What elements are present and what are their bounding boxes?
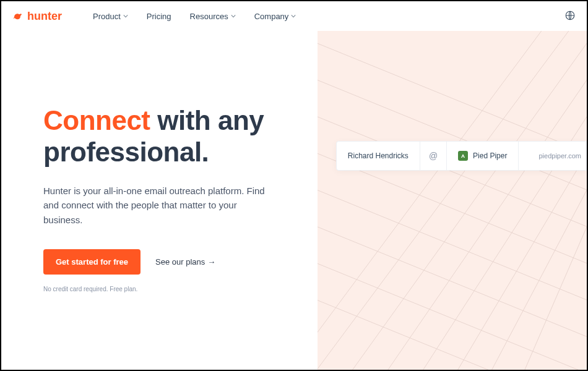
svg-line-12 — [360, 80, 587, 370]
svg-line-2 — [318, 67, 587, 190]
hero-subtitle: Hunter is your all-in-one email outreach… — [43, 184, 266, 227]
example-card: Richard Hendricks @ Pied Piper piedpiper… — [336, 141, 587, 171]
hunter-logo-icon — [12, 11, 24, 22]
mesh-background — [318, 31, 587, 370]
svg-line-5 — [318, 177, 587, 300]
card-domain: piedpiper.com — [528, 142, 587, 170]
hero-title: Connect with any professional. — [43, 105, 299, 168]
svg-line-14 — [434, 153, 587, 370]
nav-pricing[interactable]: Pricing — [147, 12, 171, 21]
svg-line-15 — [470, 190, 587, 370]
chevron-down-icon — [291, 14, 296, 19]
hero-section: Connect with any professional. Hunter is… — [1, 31, 587, 370]
hero-title-accent: Connect — [43, 105, 150, 135]
svg-line-6 — [318, 215, 587, 337]
svg-line-9 — [318, 31, 587, 370]
get-started-button[interactable]: Get started for free — [43, 249, 141, 275]
chevron-down-icon — [231, 14, 236, 19]
card-person-name: Richard Hendricks — [337, 142, 420, 170]
arrow-right-icon: → — [207, 257, 215, 267]
nav-label: Pricing — [147, 12, 171, 21]
fine-print: No credit card required. Free plan. — [43, 286, 299, 292]
see-plans-label: See our plans — [155, 257, 205, 267]
nav-label: Product — [93, 12, 121, 21]
nav-label: Resources — [190, 12, 228, 21]
chevron-down-icon — [123, 14, 128, 19]
hero-content: Connect with any professional. Hunter is… — [1, 31, 318, 370]
card-company-name: Pied Piper — [473, 151, 507, 160]
hero-illustration: Richard Hendricks @ Pied Piper piedpiper… — [318, 31, 587, 370]
logo-text: hunter — [27, 10, 62, 23]
cta-row: Get started for free See our plans → — [43, 249, 299, 275]
globe-icon[interactable] — [564, 10, 576, 21]
main-nav: Product Pricing Resources Company — [93, 12, 296, 21]
nav-product[interactable]: Product — [93, 12, 128, 21]
svg-line-1 — [318, 31, 587, 153]
svg-line-11 — [324, 43, 587, 370]
svg-line-8 — [318, 288, 587, 370]
logo[interactable]: hunter — [12, 10, 62, 23]
svg-line-7 — [318, 251, 587, 370]
see-plans-link[interactable]: See our plans → — [155, 257, 215, 267]
card-company: Pied Piper — [447, 142, 519, 170]
nav-company[interactable]: Company — [254, 12, 296, 21]
svg-line-16 — [507, 226, 587, 370]
svg-line-10 — [318, 31, 587, 370]
nav-resources[interactable]: Resources — [190, 12, 236, 21]
pied-piper-logo-icon — [458, 151, 468, 161]
nav-label: Company — [254, 12, 289, 21]
at-icon: @ — [420, 142, 447, 170]
